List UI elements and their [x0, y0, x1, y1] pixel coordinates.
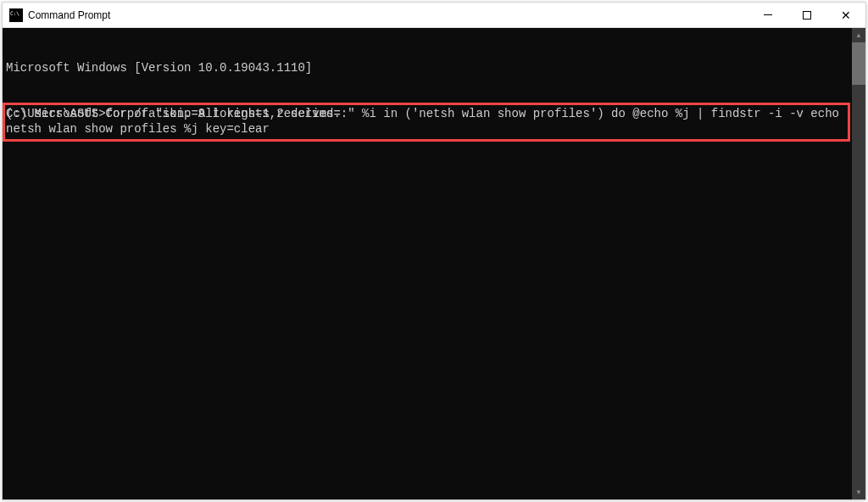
scroll-thumb[interactable]: [852, 42, 865, 85]
maximize-icon: [803, 11, 811, 20]
terminal-content[interactable]: Microsoft Windows [Version 10.0.19043.11…: [3, 28, 852, 499]
window-controls: ✕: [748, 3, 865, 27]
version-line: Microsoft Windows [Version 10.0.19043.11…: [6, 60, 849, 75]
scroll-down-button[interactable]: ▼: [852, 485, 865, 499]
maximize-button[interactable]: [787, 3, 826, 27]
close-icon: ✕: [841, 9, 851, 21]
window-title: Command Prompt: [28, 9, 748, 21]
prompt-text: C:\Users\ASUS>: [6, 107, 106, 120]
minimize-icon: [764, 14, 772, 15]
minimize-button[interactable]: [748, 3, 787, 27]
scroll-up-button[interactable]: ▲: [852, 28, 865, 42]
title-bar[interactable]: Command Prompt ✕: [3, 3, 865, 28]
command-prompt-window: Command Prompt ✕ Microsoft Windows [Vers…: [2, 2, 866, 500]
command-text-1: for /f "skip=9 tokens=1,2 delims=:" %i i…: [106, 107, 854, 120]
command-text-2: netsh wlan show profiles %j key=clear: [6, 122, 270, 136]
cmd-icon: [9, 8, 23, 22]
vertical-scrollbar[interactable]: ▲ ▼: [852, 28, 865, 499]
command-block: C:\Users\ASUS>for /f "skip=9 tokens=1,2 …: [6, 106, 854, 137]
close-button[interactable]: ✕: [826, 3, 865, 27]
terminal-area: Microsoft Windows [Version 10.0.19043.11…: [3, 28, 865, 499]
